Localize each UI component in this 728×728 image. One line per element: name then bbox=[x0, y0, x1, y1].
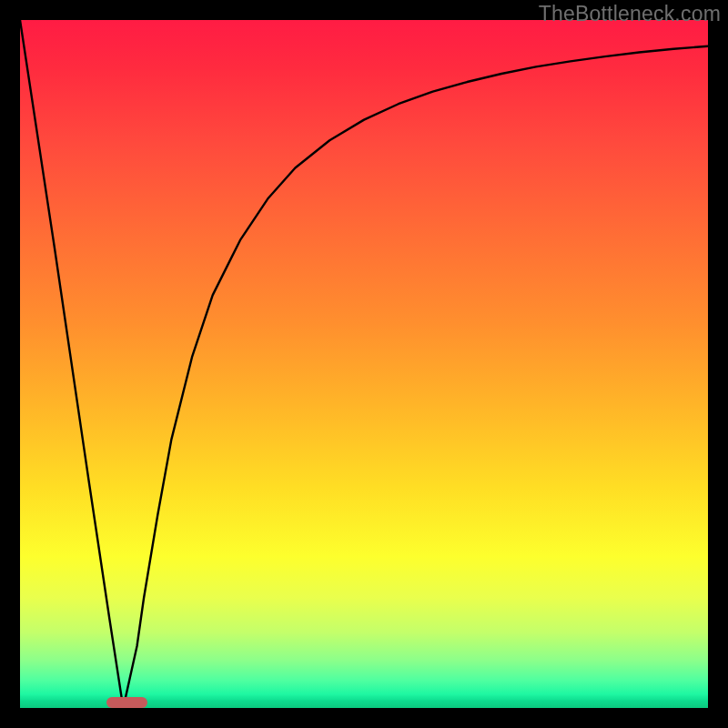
curve-path bbox=[20, 20, 708, 708]
plot-area bbox=[20, 20, 708, 708]
optimum-marker bbox=[106, 697, 147, 708]
watermark-text: TheBottleneck.com bbox=[539, 2, 721, 26]
bottleneck-curve bbox=[20, 20, 708, 708]
chart-frame: TheBottleneck.com bbox=[0, 0, 728, 728]
